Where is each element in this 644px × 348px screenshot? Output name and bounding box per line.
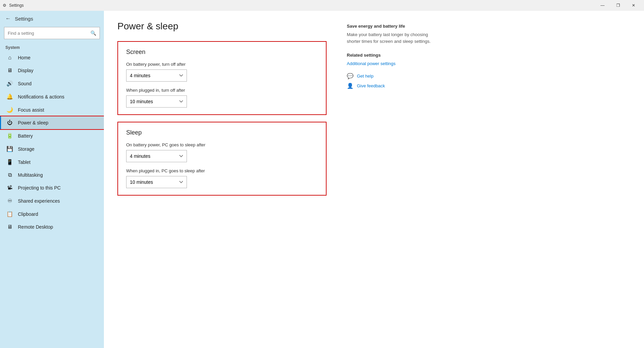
screen-plugged-label: When plugged in, turn off after — [126, 88, 318, 93]
sidebar-item-storage[interactable]: 💾 Storage — [0, 142, 104, 155]
sidebar-item-sound[interactable]: 🔊 Sound — [0, 77, 104, 90]
related-settings-title: Related settings — [347, 53, 435, 58]
nav-label-multitasking: Multitasking — [18, 172, 43, 178]
back-icon: ← — [5, 16, 11, 22]
nav-icon-multitasking: ⧉ — [6, 172, 13, 178]
nav-label-storage: Storage — [18, 146, 34, 152]
help-link-item-give-feedback: 👤 Give feedback — [347, 83, 435, 89]
screen-battery-label: On battery power, turn off after — [126, 62, 318, 67]
help-link-item-get-help: 💬 Get help — [347, 73, 435, 79]
search-icon: 🔍 — [90, 30, 96, 36]
nav-label-battery: Battery — [18, 133, 33, 139]
title-bar-controls: — ❐ ✕ — [595, 0, 641, 11]
screen-battery-dropdown-wrapper: On battery power, turn off after 1 minut… — [126, 62, 318, 82]
title-bar-title: Settings — [9, 3, 24, 8]
nav-icon-home: ⌂ — [6, 55, 13, 61]
app-container: ← Settings 🔍 System ⌂ Home 🖥 Display 🔊 S… — [0, 11, 644, 348]
nav-label-home: Home — [18, 55, 30, 60]
help-icon-give-feedback: 👤 — [347, 83, 354, 89]
nav-icon-shared: ♾ — [6, 198, 13, 204]
nav-label-display: Display — [18, 68, 33, 73]
page-title: Power & sleep — [117, 21, 327, 32]
sleep-card: Sleep On battery power, PC goes to sleep… — [117, 122, 327, 196]
help-icon-get-help: 💬 — [347, 73, 354, 79]
content-area: Power & sleep Screen On battery power, t… — [104, 11, 644, 348]
screen-card: Screen On battery power, turn off after … — [117, 41, 327, 115]
sidebar-item-power[interactable]: ⏻ Power & sleep — [0, 116, 104, 129]
nav-label-remote: Remote Desktop — [18, 224, 53, 230]
sidebar-item-home[interactable]: ⌂ Home — [0, 51, 104, 64]
nav-icon-clipboard: 📋 — [6, 211, 13, 217]
sidebar-app-title: Settings — [15, 16, 33, 22]
nav-icon-battery: 🔋 — [6, 133, 13, 139]
nav-label-shared: Shared experiences — [18, 198, 60, 204]
sidebar-item-tablet[interactable]: 📱 Tablet — [0, 155, 104, 169]
sleep-battery-label: On battery power, PC goes to sleep after — [126, 142, 318, 147]
back-button[interactable]: ← — [5, 16, 11, 22]
search-box: 🔍 — [4, 27, 100, 39]
screen-battery-dropdown[interactable]: 1 minute2 minutes3 minutes4 minutes5 min… — [126, 69, 187, 82]
settings-icon: ⚙ — [3, 3, 6, 8]
title-bar: ⚙ Settings — ❐ ✕ — [0, 0, 644, 11]
nav-label-tablet: Tablet — [18, 160, 30, 165]
help-link-get-help[interactable]: Get help — [357, 74, 373, 79]
screen-plugged-dropdown-wrapper: When plugged in, turn off after 1 minute… — [126, 88, 318, 108]
nav-label-clipboard: Clipboard — [18, 211, 38, 217]
nav-label-power: Power & sleep — [18, 120, 48, 125]
minimize-button[interactable]: — — [595, 0, 610, 11]
nav-label-projecting: Projecting to this PC — [18, 185, 61, 191]
sleep-battery-dropdown[interactable]: 1 minute2 minutes3 minutes4 minutes5 min… — [126, 150, 187, 162]
help-link-give-feedback[interactable]: Give feedback — [357, 83, 385, 88]
sleep-plugged-label: When plugged in, PC goes to sleep after — [126, 168, 318, 173]
nav-icon-power: ⏻ — [6, 120, 13, 126]
sidebar-item-shared[interactable]: ♾ Shared experiences — [0, 194, 104, 207]
nav-icon-focus: 🌙 — [6, 107, 13, 113]
nav-icon-tablet: 📱 — [6, 159, 13, 165]
sleep-card-title: Sleep — [126, 129, 318, 136]
screen-plugged-dropdown[interactable]: 1 minute2 minutes3 minutes4 minutes5 min… — [126, 95, 187, 108]
right-panel: Save energy and battery life Make your b… — [347, 21, 435, 338]
sidebar-item-multitasking[interactable]: ⧉ Multitasking — [0, 169, 104, 181]
sidebar-item-clipboard[interactable]: 📋 Clipboard — [0, 207, 104, 221]
maximize-button[interactable]: ❐ — [610, 0, 626, 11]
nav-icon-projecting: 📽 — [6, 185, 13, 191]
related-link-additional-power[interactable]: Additional power settings — [347, 61, 435, 66]
save-energy-desc: Make your battery last longer by choosin… — [347, 31, 435, 45]
search-input[interactable] — [8, 31, 90, 36]
sidebar-item-display[interactable]: 🖥 Display — [0, 64, 104, 77]
sidebar-item-notifications[interactable]: 🔔 Notifications & actions — [0, 90, 104, 103]
sleep-plugged-dropdown-wrapper: When plugged in, PC goes to sleep after … — [126, 168, 318, 188]
nav-label-sound: Sound — [18, 81, 31, 86]
save-energy-title: Save energy and battery life — [347, 24, 435, 29]
sidebar-item-projecting[interactable]: 📽 Projecting to this PC — [0, 181, 104, 194]
nav-icon-notifications: 🔔 — [6, 93, 13, 100]
title-bar-left: ⚙ Settings — [3, 3, 24, 8]
help-links: 💬 Get help 👤 Give feedback — [347, 73, 435, 89]
nav-list: ⌂ Home 🖥 Display 🔊 Sound 🔔 Notifications… — [0, 51, 104, 233]
nav-icon-display: 🖥 — [6, 67, 13, 74]
sidebar-header: ← Settings — [0, 11, 104, 25]
sidebar-item-remote[interactable]: 🖥 Remote Desktop — [0, 221, 104, 233]
sleep-plugged-dropdown[interactable]: 1 minute2 minutes3 minutes4 minutes5 min… — [126, 176, 187, 188]
nav-label-notifications: Notifications & actions — [18, 94, 64, 99]
screen-card-title: Screen — [126, 49, 318, 56]
nav-icon-sound: 🔊 — [6, 80, 13, 87]
sidebar-item-battery[interactable]: 🔋 Battery — [0, 129, 104, 142]
close-button[interactable]: ✕ — [626, 0, 641, 11]
sidebar: ← Settings 🔍 System ⌂ Home 🖥 Display 🔊 S… — [0, 11, 104, 348]
nav-label-focus: Focus assist — [18, 107, 44, 113]
search-icon-button[interactable]: 🔍 — [90, 30, 96, 36]
main-content: Power & sleep Screen On battery power, t… — [117, 21, 327, 338]
sleep-battery-dropdown-wrapper: On battery power, PC goes to sleep after… — [126, 142, 318, 162]
related-links-list: Additional power settings — [347, 61, 435, 66]
nav-icon-storage: 💾 — [6, 146, 13, 152]
nav-icon-remote: 🖥 — [6, 224, 13, 230]
sidebar-item-focus[interactable]: 🌙 Focus assist — [0, 103, 104, 116]
system-section-label: System — [0, 42, 104, 51]
